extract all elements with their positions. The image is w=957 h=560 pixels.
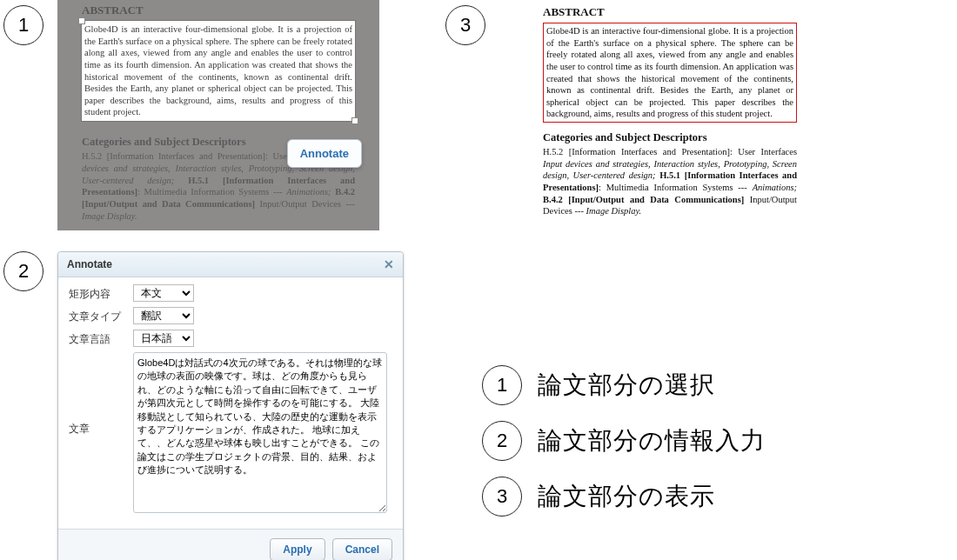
categories-heading: Categories and Subject Descriptors bbox=[543, 131, 797, 144]
legend-badge-2: 2 bbox=[482, 421, 522, 461]
rect-content-label: 矩形内容 bbox=[69, 284, 133, 302]
dialog-title: Annotate bbox=[67, 258, 112, 270]
annotated-document-view: ABSTRACT Globe4D is an interactive four-… bbox=[498, 0, 821, 230]
selected-abstract-text[interactable]: Globe4D is an interactive four-dimension… bbox=[82, 21, 355, 121]
abstract-highlight-box[interactable]: Globe4D is an interactive four-dimension… bbox=[543, 23, 797, 123]
legend-text-3: 論文部分の表示 bbox=[538, 480, 715, 513]
legend-badge-3: 3 bbox=[482, 477, 522, 517]
annotate-popup-button[interactable]: Annotate bbox=[287, 139, 362, 168]
step-badge-3: 3 bbox=[445, 5, 485, 45]
text-type-select[interactable]: 翻訳 bbox=[133, 307, 194, 324]
cancel-button[interactable]: Cancel bbox=[332, 538, 392, 560]
close-icon[interactable]: ✕ bbox=[384, 257, 394, 271]
selection-screenshot: ABSTRACT Globe4D is an interactive four-… bbox=[57, 0, 379, 230]
text-label: 文章 bbox=[69, 352, 133, 437]
legend-text-2: 論文部分の情報入力 bbox=[538, 424, 766, 457]
step-badge-1: 1 bbox=[3, 5, 44, 45]
translation-textarea[interactable]: Globe4Dは対話式の4次元の球である。それは物理的な球の地球の表面の映像です… bbox=[133, 352, 387, 513]
rect-content-select[interactable]: 本文 bbox=[133, 284, 194, 302]
abstract-heading: ABSTRACT bbox=[543, 5, 797, 19]
annotate-dialog: Annotate ✕ 矩形内容 本文 文章タイプ 翻訳 文章言語 日本語 文章 … bbox=[57, 251, 404, 560]
text-lang-label: 文章言語 bbox=[69, 330, 133, 347]
text-lang-select[interactable]: 日本語 bbox=[133, 330, 194, 347]
categories-body: H.5.2 [Information Interfaces and Presen… bbox=[543, 146, 797, 217]
text-type-label: 文章タイプ bbox=[69, 307, 133, 324]
apply-button[interactable]: Apply bbox=[270, 538, 325, 560]
step-badge-2: 2 bbox=[3, 251, 44, 291]
legend-badge-1: 1 bbox=[482, 365, 522, 405]
legend-text-1: 論文部分の選択 bbox=[538, 369, 715, 402]
steps-legend: 1 論文部分の選択 2 論文部分の情報入力 3 論文部分の表示 bbox=[482, 365, 766, 532]
